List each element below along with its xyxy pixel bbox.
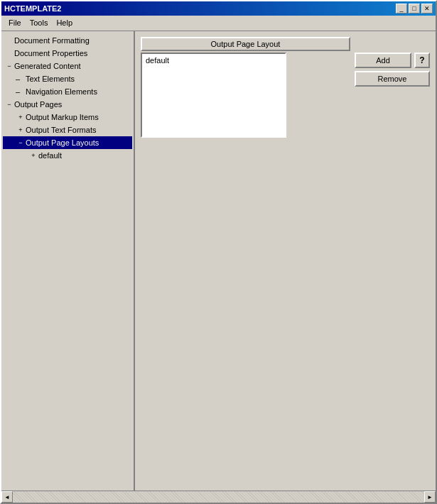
leaf-dash: – <box>16 73 26 84</box>
help-button[interactable]: ? <box>414 53 430 68</box>
tree-label-doc-formatting: Document Formatting <box>14 35 90 46</box>
tree-label-default: default <box>38 150 62 161</box>
list-box[interactable]: default <box>141 53 286 138</box>
list-header: Output Page Layout <box>141 37 350 51</box>
tree-item-doc-formatting[interactable]: Document Formatting <box>3 34 132 47</box>
tree-item-output-markup[interactable]: + Output Markup Items <box>3 111 132 124</box>
collapse-icon: − <box>4 99 14 110</box>
tree-item-generated-content[interactable]: − Generated Content <box>3 60 132 72</box>
horizontal-scrollbar: ◄ ► <box>1 491 436 503</box>
menubar: File Tools Help <box>1 16 436 31</box>
remove-button[interactable]: Remove <box>355 71 430 87</box>
close-button[interactable]: ✕ <box>421 4 433 13</box>
menu-help[interactable]: Help <box>52 17 77 29</box>
tree-label-output-pages: Output Pages <box>14 99 62 110</box>
right-panel: Output Page Layout default Add ? Remove <box>135 31 436 491</box>
tree-item-text-elements[interactable]: – Text Elements <box>3 72 132 85</box>
collapse-icon: − <box>4 60 14 72</box>
tree-item-output-page-layouts[interactable]: − Output Page Layouts <box>3 136 132 149</box>
right-top-area: Output Page Layout default Add ? Remove <box>141 37 430 138</box>
add-button[interactable]: Add <box>355 53 411 68</box>
tree-item-output-pages[interactable]: − Output Pages <box>3 98 132 111</box>
window-title: HCTEMPLATE2 <box>4 4 61 13</box>
tree-item-default[interactable]: + default <box>3 149 132 162</box>
menu-file[interactable]: File <box>4 17 26 29</box>
tree-label-output-text-formats: Output Text Formats <box>26 124 96 136</box>
menu-tools[interactable]: Tools <box>26 17 53 29</box>
leaf-dash: – <box>16 86 26 97</box>
main-content: Document Formatting Document Properties … <box>1 31 436 491</box>
tree-label-text-elements: Text Elements <box>26 73 75 84</box>
tree-label-output-markup: Output Markup Items <box>26 111 99 123</box>
tree-label-doc-properties: Document Properties <box>14 48 87 59</box>
tree-label-output-page-layouts: Output Page Layouts <box>26 137 99 148</box>
window-controls: _ □ ✕ <box>396 4 433 13</box>
title-bar: HCTEMPLATE2 _ □ ✕ <box>1 1 436 16</box>
tree-panel: Document Formatting Document Properties … <box>1 31 135 491</box>
scroll-right-button[interactable]: ► <box>424 491 436 503</box>
expand-icon: + <box>16 111 26 123</box>
main-window: HCTEMPLATE2 _ □ ✕ File Tools Help Docume… <box>0 0 437 504</box>
minimize-button[interactable]: _ <box>396 4 407 13</box>
scroll-left-button[interactable]: ◄ <box>1 491 13 503</box>
tree-item-doc-properties[interactable]: Document Properties <box>3 47 132 60</box>
tree-item-output-text-formats[interactable]: + Output Text Formats <box>3 124 132 136</box>
maximize-button[interactable]: □ <box>409 4 420 13</box>
tree-label-nav-elements: Navigation Elements <box>26 86 97 97</box>
buttons-area: Add ? Remove <box>355 37 430 87</box>
collapse-icon: − <box>16 137 26 148</box>
expand-icon: + <box>28 150 38 161</box>
list-item-default[interactable]: default <box>144 55 284 65</box>
tree-label-generated-content: Generated Content <box>14 60 81 72</box>
expand-icon: + <box>16 124 26 136</box>
list-area: Output Page Layout default <box>141 37 350 138</box>
tree-item-nav-elements[interactable]: – Navigation Elements <box>3 85 132 98</box>
scroll-track[interactable] <box>13 491 424 503</box>
